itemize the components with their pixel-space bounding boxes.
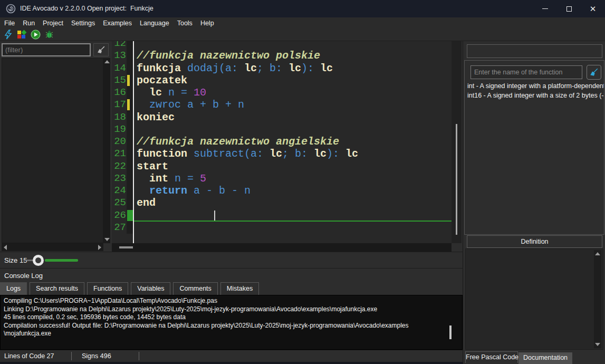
line-number: 21 [112, 148, 127, 160]
token-kw: lc [244, 62, 257, 74]
menu-item-settings[interactable]: Settings [71, 20, 95, 27]
editor-line-27[interactable]: 27 [112, 222, 462, 234]
log-line: Linking D:\Programowanie na Delphi\Lazar… [4, 305, 459, 314]
token-id: n = [162, 87, 194, 99]
definition-content[interactable] [465, 248, 603, 350]
filter-results-list[interactable] [2, 58, 103, 243]
editor-line-12[interactable]: 12 [112, 41, 462, 50]
editor-line-21[interactable]: 21function subtract(a: lc; b: lc): lc [112, 148, 462, 160]
left-list-hscrollbar[interactable] [2, 243, 103, 251]
tab-documentation[interactable]: Documentation [518, 352, 572, 364]
editor-line-20[interactable]: 20//funkcja nazewnictwo angielskie [112, 136, 462, 148]
editor-line-26[interactable]: 26 [112, 209, 462, 222]
line-number: 19 [112, 123, 127, 136]
editor-line-17[interactable]: 17 zwroc a + b + n [112, 99, 462, 111]
scroll-right-icon[interactable] [98, 245, 101, 250]
code-text: return a - b - n [133, 185, 462, 197]
code-text: poczatek [133, 74, 462, 87]
gutter-marker [127, 87, 133, 99]
token-kw: lc [320, 62, 333, 74]
right-panel: int - A signed integer with a platform-d… [463, 41, 605, 364]
console-tab-functions[interactable]: Functions [87, 282, 128, 295]
code-text [133, 41, 462, 50]
size-slider-track[interactable] [45, 259, 78, 262]
menu-item-help[interactable]: Help [200, 20, 214, 27]
menu-item-project[interactable]: Project [43, 20, 63, 27]
filter-input[interactable] [2, 43, 91, 56]
editor-line-25[interactable]: 25end [112, 197, 462, 209]
lightning-icon[interactable] [3, 30, 13, 40]
token-kw: end [137, 197, 156, 209]
function-search-input[interactable] [470, 65, 582, 79]
token-kw: function [137, 148, 187, 160]
console-tab-logs[interactable]: Logs [0, 282, 27, 295]
token-id: ; b: [257, 62, 289, 74]
code-editor[interactable]: 1213//funkcja nazewnictwo polskie14funkc… [112, 41, 462, 243]
editor-line-18[interactable]: 18koniec [112, 111, 462, 123]
log-line: Compiling C:\Users\PROGRA~1\AppData\Loca… [4, 297, 459, 305]
clear-filter-button[interactable] [93, 43, 109, 56]
line-number: 16 [112, 87, 127, 99]
gutter-marker [127, 123, 133, 136]
minimize-icon [542, 8, 548, 9]
gutter-marker [127, 41, 133, 50]
token-id [137, 87, 149, 99]
menu-item-language[interactable]: Language [140, 20, 169, 27]
line-number: 20 [112, 136, 127, 148]
scroll-down-icon[interactable] [104, 238, 110, 241]
scroll-up-icon[interactable] [595, 252, 600, 255]
editor-line-19[interactable]: 19 [112, 123, 462, 136]
play-icon[interactable] [31, 30, 41, 40]
size-slider-handle[interactable] [33, 255, 44, 266]
line-number: 26 [112, 209, 127, 222]
scroll-up-icon[interactable] [104, 60, 110, 63]
scroll-down-icon[interactable] [595, 343, 600, 346]
editor-line-16[interactable]: 16 lc n = 10 [112, 87, 462, 99]
signs-status: Signs 496 [82, 350, 111, 362]
log-output[interactable]: Compiling C:\Users\PROGRA~1\AppData\Loca… [0, 295, 463, 350]
close-button[interactable]: ✕ [581, 0, 605, 17]
clear-search-button[interactable] [587, 65, 601, 80]
editor-line-22[interactable]: 22start [112, 160, 462, 173]
code-text: lc n = 10 [133, 87, 462, 99]
editor-line-15[interactable]: 15poczatek [112, 74, 462, 87]
editor-line-14[interactable]: 14funkcja dodaj(a: lc; b: lc): lc [112, 62, 462, 74]
editor-line-13[interactable]: 13//funkcja nazewnictwo polskie [112, 50, 462, 62]
gutter-marker [127, 111, 133, 123]
title-bar: IDE Avocado v 2.2.0.0 Open project: Funk… [0, 0, 605, 17]
editor-line-23[interactable]: 23 int n = 5 [112, 173, 462, 185]
line-number: 14 [112, 62, 127, 74]
editor-line-24[interactable]: 24 return a - b - n [112, 185, 462, 197]
console-tab-comments[interactable]: Comments [173, 282, 217, 295]
editor-vscrollbar[interactable] [452, 41, 462, 243]
editor-vscroll-thumb[interactable] [456, 124, 457, 235]
function-result-item[interactable]: int - A signed integer with a platform-d… [466, 81, 604, 91]
token-id [137, 173, 149, 185]
minimize-button[interactable] [533, 0, 557, 17]
toolbar [0, 28, 605, 41]
token-kw: koniec [137, 111, 175, 123]
scroll-left-icon[interactable] [4, 245, 7, 250]
menu-item-file[interactable]: File [4, 20, 15, 27]
status-divider [139, 352, 139, 360]
console-tab-mistakes[interactable]: Mistakes [220, 282, 259, 295]
right-panel-top-box [467, 44, 602, 58]
console-tab-variables[interactable]: Variables [131, 282, 170, 295]
colored-squares-icon[interactable] [17, 30, 27, 40]
editor-lines: 1213//funkcja nazewnictwo polskie14funkc… [112, 41, 462, 234]
function-result-item[interactable]: int16 - A signed integer with a size of … [466, 91, 604, 100]
menu-item-run[interactable]: Run [23, 20, 35, 27]
token-kwb: return [149, 185, 187, 197]
editor-hscrollbar[interactable] [112, 243, 462, 252]
bug-icon[interactable] [44, 30, 54, 40]
definition-vscrollbar[interactable] [594, 250, 601, 348]
maximize-button[interactable] [557, 0, 581, 17]
console-tab-search-results[interactable]: Search results [30, 282, 84, 295]
menu-item-examples[interactable]: Examples [103, 20, 132, 27]
log-vscroll-thumb[interactable] [449, 325, 452, 339]
editor-hscroll-thumb[interactable] [119, 246, 133, 248]
menu-item-tools[interactable]: Tools [177, 20, 193, 27]
tab-free-pascal-code[interactable]: Free Pascal Code [465, 351, 518, 363]
left-list-vscrollbar[interactable] [103, 58, 110, 243]
gutter-marker [127, 50, 133, 62]
